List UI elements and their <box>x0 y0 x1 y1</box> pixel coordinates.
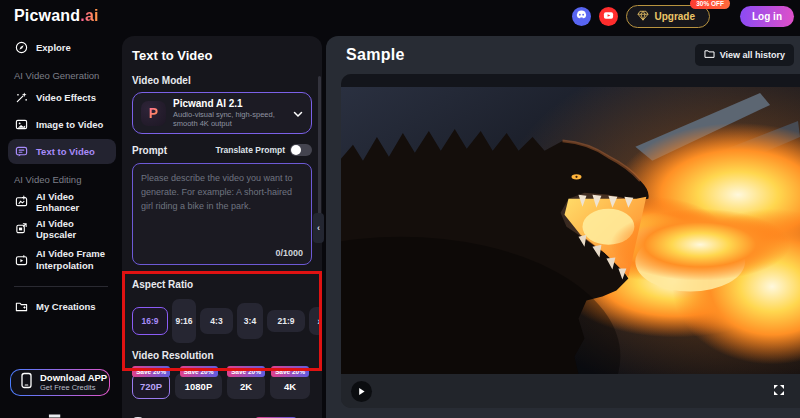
chevron-right-icon: › <box>317 316 320 327</box>
play-button[interactable] <box>351 381 372 402</box>
sidebar-item-my-creations[interactable]: My Creations <box>8 294 116 319</box>
discord-icon <box>575 7 588 25</box>
compass-icon <box>14 41 28 55</box>
save-badge: Save 20% <box>271 366 309 377</box>
sidebar-item-label: AI Video Upscaler <box>36 218 116 240</box>
prompt-input[interactable] <box>133 164 311 242</box>
sidebar-item-label: Video Effects <box>36 92 96 103</box>
sidebar-item-enhancer[interactable]: AI Video Enhancer <box>8 189 116 214</box>
preview-title: Sample <box>346 46 405 64</box>
logo-prefix: Picwand <box>14 7 80 24</box>
youtube-button[interactable] <box>599 7 618 26</box>
upgrade-label: Upgrade <box>654 11 695 22</box>
upscaler-icon <box>14 222 28 236</box>
chevron-down-icon <box>293 104 303 122</box>
phone-icon <box>20 372 33 393</box>
sidebar-section-generation: AI Video Generation <box>14 70 122 81</box>
sidebar-item-frame-interpolation[interactable]: AI Video FrameInterpolation <box>8 243 116 277</box>
prompt-label: Prompt <box>132 145 167 156</box>
topbar: Picwand.ai Upgrade 30% OFF Log in <box>0 0 800 32</box>
folder-icon <box>14 300 28 314</box>
history-folder-icon <box>704 49 715 61</box>
sidebar: Explore AI Video Generation Video Effect… <box>0 32 122 418</box>
sidebar-item-text-to-video[interactable]: Text to Video <box>8 139 116 164</box>
video-model-selector[interactable]: P Picwand AI 2.1 Audio-visual sync, high… <box>132 92 312 134</box>
view-all-history-button[interactable]: View all history <box>695 44 794 66</box>
toggle-knob <box>291 145 301 155</box>
app-logo[interactable]: Picwand.ai <box>14 7 99 25</box>
panel-collapse-handle[interactable]: ‹ <box>313 213 324 243</box>
save-badge: Save 20% <box>227 366 265 377</box>
prompt-field-container: 0/1000 <box>132 163 312 265</box>
aspect-ratio-group: 16:9 9:16 4:3 3:4 21:9 › <box>132 296 312 346</box>
video-resolution-label: Video Resolution <box>132 350 312 361</box>
logo-suffix: .ai <box>80 7 98 24</box>
discount-badge: 30% OFF <box>690 0 730 9</box>
aspect-21-9-button[interactable]: 21:9 <box>267 310 305 332</box>
generation-panel: Text to Video Video Model P Picwand AI 2… <box>122 36 322 418</box>
sidebar-item-label: AI Video Enhancer <box>36 191 116 213</box>
play-icon <box>357 384 366 399</box>
coins-icon <box>132 414 144 418</box>
credits-row: Credits required: 8 10 Save 20% <box>132 414 312 418</box>
download-app-button[interactable]: Download APP Get Free Credits <box>10 369 110 396</box>
dragon-fire-still <box>341 87 800 374</box>
login-button[interactable]: Log in <box>740 6 794 27</box>
sidebar-section-editing: AI Video Editing <box>14 174 122 185</box>
aspect-ratio-label: Aspect Ratio <box>132 279 312 290</box>
sidebar-item-label: Image to Video <box>36 119 103 130</box>
picwand-model-icon: P <box>141 101 166 126</box>
aspect-3-4-button[interactable]: 3:4 <box>237 303 263 339</box>
sidebar-item-image-to-video[interactable]: Image to Video <box>8 112 116 137</box>
aspect-more-button[interactable]: › <box>309 307 322 335</box>
model-description: Audio-visual sync, high-speed, smooth 4K… <box>173 110 286 128</box>
resolution-group: Save 20% 720P Save 20% 1080P Save 20% 2K… <box>132 373 312 399</box>
translate-prompt-label: Translate Prompt <box>216 145 285 155</box>
sidebar-item-label: AI Video FrameInterpolation <box>36 248 105 272</box>
video-model-label: Video Model <box>132 75 312 86</box>
sidebar-item-label: Text to Video <box>36 146 95 157</box>
panel-title: Text to Video <box>132 48 312 63</box>
fullscreen-button[interactable] <box>772 384 786 398</box>
model-name: Picwand AI 2.1 <box>173 98 286 110</box>
sidebar-divider <box>14 286 108 287</box>
sidebar-item-explore[interactable]: Explore <box>8 35 116 60</box>
save-badge: Save 20% <box>132 366 170 377</box>
char-counter: 0/1000 <box>275 248 303 258</box>
sample-video-frame[interactable] <box>341 74 800 374</box>
sidebar-item-upscaler[interactable]: AI Video Upscaler <box>8 216 116 241</box>
translate-prompt-toggle[interactable] <box>290 144 312 156</box>
feedback-pencil-icon[interactable] <box>45 405 68 418</box>
panel-scrollbar[interactable] <box>318 76 321 226</box>
download-app-title: Download APP <box>40 373 107 384</box>
text-video-icon <box>14 145 28 159</box>
gem-icon <box>637 10 649 23</box>
magic-wand-icon <box>14 91 28 105</box>
preview-panel: Sample View all history <box>326 36 800 418</box>
aspect-4-3-button[interactable]: 4:3 <box>200 308 233 334</box>
sidebar-item-video-effects[interactable]: Video Effects <box>8 85 116 110</box>
sidebar-item-label: Explore <box>36 42 71 53</box>
sidebar-item-label: My Creations <box>36 301 96 312</box>
sample-video-player <box>341 74 800 408</box>
view-all-history-label: View all history <box>720 50 785 60</box>
download-app-subtitle: Get Free Credits <box>40 384 107 393</box>
frame-interpolation-icon <box>14 253 28 267</box>
discord-button[interactable] <box>572 7 591 26</box>
enhancer-icon <box>14 195 28 209</box>
save-badge: Save 20% <box>180 366 218 377</box>
aspect-9-16-button[interactable]: 9:16 <box>172 299 196 343</box>
youtube-icon <box>603 7 614 25</box>
fullscreen-icon <box>773 384 785 399</box>
aspect-16-9-button[interactable]: 16:9 <box>132 307 168 335</box>
image-icon <box>14 118 28 132</box>
video-controls <box>341 374 800 408</box>
